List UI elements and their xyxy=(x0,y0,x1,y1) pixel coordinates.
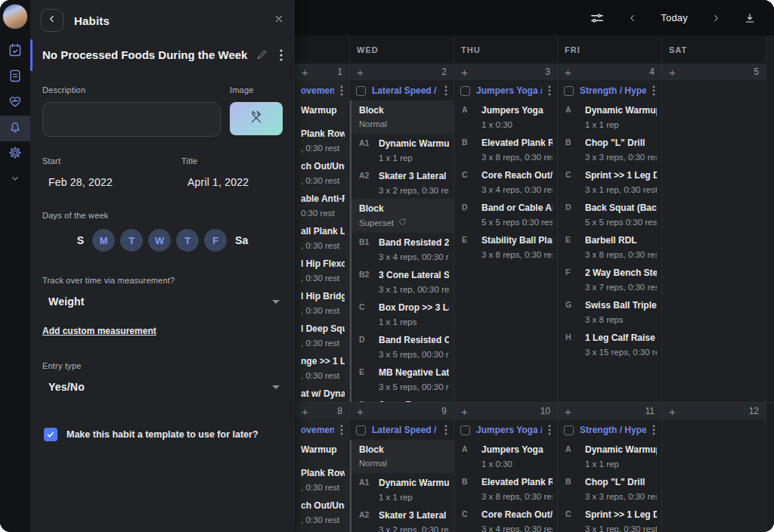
workout-card: Lateral Speed / PlyoBlockNormalA1Dynamic… xyxy=(350,80,454,402)
end-date-value[interactable]: April 1, 2022 xyxy=(181,176,283,188)
workout-title-link[interactable]: Jumpers Yoga / Core xyxy=(476,85,542,96)
habit-image-tile[interactable] xyxy=(230,102,283,135)
exercise-name: Chop "L" Drill xyxy=(585,138,657,148)
workout-title-link[interactable]: Strength / Hypertro... xyxy=(580,425,646,435)
prev-week-button[interactable] xyxy=(627,13,638,23)
exercise-tag: A xyxy=(565,105,585,116)
exercise-detail: 1 x 0:30 xyxy=(481,120,553,129)
exercise-row: B23 Cone Lateral Slide3 x 1 rep, 00:30 r… xyxy=(351,265,454,298)
workout-title-link[interactable]: ovement Q... xyxy=(301,425,334,435)
workout-card: ovement Q...WarmupPlank Row, 0:30 restch… xyxy=(295,80,349,402)
filter-sliders-icon[interactable] xyxy=(590,12,605,24)
workout-checkbox[interactable] xyxy=(564,86,574,96)
workout-title-link[interactable]: Lateral Speed / Plyo xyxy=(372,85,438,96)
template-checkbox-label: Make this habit a template to use for la… xyxy=(67,429,259,440)
kebab-menu-icon[interactable] xyxy=(444,425,447,435)
workout-checkbox[interactable] xyxy=(460,86,470,96)
workout-checkbox[interactable] xyxy=(356,425,366,435)
day-cell-header: +10 xyxy=(454,403,557,419)
workout-title-link[interactable]: Jumpers Yoga / Core xyxy=(476,425,542,435)
exercise-name: Jumpers Yoga xyxy=(481,444,553,455)
kebab-menu-icon[interactable] xyxy=(340,85,343,96)
block-type-text: Superset xyxy=(359,218,394,227)
day-cell-header: +9 xyxy=(350,403,454,419)
add-workout-button[interactable]: + xyxy=(302,406,308,417)
workout-title-link[interactable]: Strength / Hypertro... xyxy=(580,85,646,96)
day-cell-body: Strength / Hypertro...ADynamic Warmup1 x… xyxy=(558,80,661,402)
icon-sidebar xyxy=(0,0,30,532)
kebab-menu-icon[interactable] xyxy=(652,85,655,96)
edit-pencil-icon[interactable] xyxy=(256,49,268,60)
exercise-detail: , 0:30 rest xyxy=(301,274,345,283)
back-button[interactable] xyxy=(41,9,63,32)
day-chip-selected[interactable]: T xyxy=(120,229,143,252)
add-workout-button[interactable]: + xyxy=(461,406,468,417)
day-chip[interactable]: Sa xyxy=(232,229,251,252)
exercise-name: Elevated Plank Row xyxy=(481,138,553,148)
sidebar-expand[interactable] xyxy=(0,167,30,193)
workout-title-link[interactable]: ovement Q... xyxy=(301,85,334,96)
exercise-tag: D xyxy=(462,203,481,213)
sidebar-item-health[interactable] xyxy=(0,90,30,116)
workout-checkbox[interactable] xyxy=(564,425,574,435)
exercise-name: ch Out/Under xyxy=(301,161,345,172)
add-workout-button[interactable]: + xyxy=(357,66,364,78)
workout-checkbox[interactable] xyxy=(356,86,366,96)
day-cell: +9Lateral Speed / PlyoBlockNormalA1Dynam… xyxy=(350,403,454,532)
day-chip-selected[interactable]: F xyxy=(204,229,227,252)
start-date-value[interactable]: Feb 28, 2022 xyxy=(42,176,181,188)
exercise-name: Band Resisted Crossover... xyxy=(379,335,449,345)
next-week-button[interactable] xyxy=(711,13,721,23)
add-workout-button[interactable]: + xyxy=(565,66,571,78)
workout-sections: AJumpers Yoga1 x 0:30BElevated Plank Row… xyxy=(454,101,557,402)
add-workout-button[interactable]: + xyxy=(302,66,308,78)
add-workout-button[interactable]: + xyxy=(357,406,364,417)
exercise-detail: 1 x 1 rep xyxy=(585,120,657,129)
kebab-menu-icon[interactable] xyxy=(340,425,343,435)
kebab-menu-icon[interactable] xyxy=(548,85,551,96)
sidebar-item-notifications[interactable] xyxy=(0,116,30,141)
day-cell-body xyxy=(662,419,766,532)
user-avatar[interactable] xyxy=(2,4,28,29)
day-chip[interactable]: S xyxy=(74,229,87,252)
workout-card: Strength / Hypertro...ADynamic Warmup1 x… xyxy=(558,419,661,532)
day-chip-selected[interactable]: M xyxy=(92,229,115,252)
exercise-tag: D xyxy=(359,335,379,345)
description-input[interactable] xyxy=(42,102,221,137)
exercise-row: CSprint >> 1 Leg Declarations3 x 1 rep, … xyxy=(558,505,661,532)
exercise-detail: 3 x 15 reps, 0:30 rest xyxy=(585,348,657,357)
heart-pulse-icon xyxy=(8,94,23,112)
day-cell-body: Strength / Hypertro...ADynamic Warmup1 x… xyxy=(558,419,661,532)
exercise-name: Dynamic Warmup xyxy=(585,105,657,116)
exercise-row: CCore Reach Out/Under3 x 4 reps, 0:30 re… xyxy=(454,165,557,198)
sidebar-item-settings[interactable] xyxy=(0,141,30,167)
kebab-menu-icon[interactable] xyxy=(444,85,447,96)
day-cell-body: ovement Q...WarmupPlank Row, 0:30 restch… xyxy=(295,419,349,532)
workout-checkbox[interactable] xyxy=(460,425,470,435)
add-workout-button[interactable]: + xyxy=(461,66,468,78)
day-chip-selected[interactable]: W xyxy=(148,229,171,252)
day-cell: +8ovement Q...WarmupPlank Row, 0:30 rest… xyxy=(295,403,350,532)
today-button[interactable]: Today xyxy=(661,12,688,23)
day-name-cell: SAT xyxy=(662,36,766,63)
add-workout-button[interactable]: + xyxy=(565,406,571,417)
day-chip-selected[interactable]: T xyxy=(176,229,199,252)
day-number: 4 xyxy=(649,66,655,77)
exercise-detail: 5 x 5 reps 0:30 rest xyxy=(481,218,553,227)
kebab-menu-icon[interactable] xyxy=(280,49,283,61)
sidebar-item-calendar[interactable] xyxy=(0,39,30,64)
download-icon[interactable] xyxy=(744,12,756,24)
add-workout-button[interactable]: + xyxy=(669,406,676,417)
measurement-select[interactable]: Weight xyxy=(42,295,283,308)
exercise-row: CBox Drop >> 3 Lateral H...1 x 1 reps xyxy=(351,298,454,330)
sidebar-item-documents[interactable] xyxy=(0,64,30,90)
exercise-name: Dynamic Warmup xyxy=(379,138,449,149)
close-button[interactable] xyxy=(274,14,284,27)
kebab-menu-icon[interactable] xyxy=(548,425,551,435)
add-custom-measurement-link[interactable]: Add custom measurement xyxy=(42,326,156,336)
workout-title-link[interactable]: Lateral Speed / Plyo xyxy=(372,425,438,435)
entry-type-select[interactable]: Yes/No xyxy=(42,381,283,393)
template-checkbox[interactable] xyxy=(44,428,57,441)
add-workout-button[interactable]: + xyxy=(669,66,676,78)
kebab-menu-icon[interactable] xyxy=(652,425,655,435)
